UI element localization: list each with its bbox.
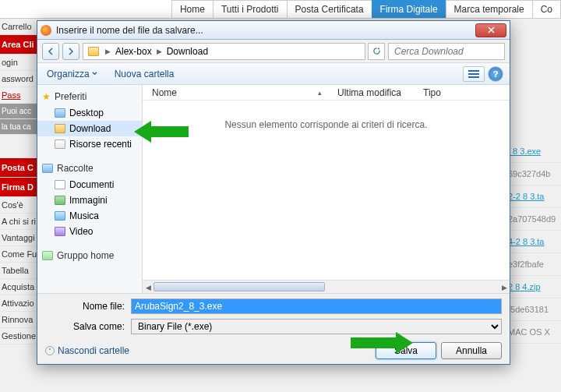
filename-input[interactable] — [131, 298, 502, 314]
help-button[interactable]: ? — [488, 66, 503, 82]
bg-nav: Home Tutti i Prodotti Posta Certificata … — [0, 0, 561, 19]
bg-nav-posta[interactable]: Posta Certificata — [287, 0, 372, 18]
scroll-right-arrow[interactable]: ▶ — [499, 281, 510, 294]
homegroup-icon — [42, 251, 53, 260]
firefox-icon — [41, 25, 51, 36]
col-sort-indicator: ▴ — [302, 89, 337, 97]
file-list-pane: Nome ▴ Ultima modifica Tipo Nessun eleme… — [143, 85, 510, 293]
nav-forward-button[interactable] — [62, 43, 79, 60]
scroll-left-arrow[interactable]: ◀ — [143, 281, 153, 294]
collections-group[interactable]: Raccolte — [37, 160, 142, 177]
dialog-bottom-panel: Nome file: Salva come: Binary File (*.ex… — [37, 293, 510, 364]
sidebar-item-video[interactable]: Video — [37, 224, 142, 239]
bg-nav-firma[interactable]: Firma Digitale — [372, 0, 446, 18]
save-button[interactable]: Salva — [376, 342, 436, 359]
nav-back-button[interactable] — [42, 43, 59, 60]
bg-pass-link[interactable]: Pass — [2, 90, 20, 100]
bg-nav-co[interactable]: Co — [532, 0, 561, 18]
images-icon — [55, 196, 65, 205]
folder-tree-sidebar: ★Preferiti Desktop Download Risorse rece… — [37, 85, 143, 293]
bg-hash-2: 2a707548d9 — [506, 208, 561, 231]
video-icon — [55, 227, 65, 236]
chevron-down-icon — [92, 71, 97, 76]
horizontal-scrollbar[interactable]: ◀ ▶ — [143, 280, 510, 293]
bg-hash-4: f5de63181 — [506, 298, 561, 321]
scroll-thumb[interactable] — [153, 282, 325, 291]
col-name[interactable]: Nome — [146, 87, 302, 98]
dialog-titlebar[interactable]: Inserire il nome del file da salvare... — [37, 21, 510, 40]
cancel-button[interactable]: Annulla — [441, 342, 502, 359]
filename-label: Nome file: — [45, 301, 131, 312]
close-button[interactable] — [475, 23, 506, 37]
bg-right-column: _8 3.exe 69c327d4b 2-2 8 3.ta 2a707548d9… — [506, 140, 561, 392]
documents-icon — [55, 180, 65, 189]
view-mode-button[interactable] — [463, 66, 485, 82]
bg-hash-1: 69c327d4b — [506, 163, 561, 185]
crumb-leaf[interactable]: Download — [165, 46, 210, 57]
bg-hash-3: e3f2fbafe — [506, 253, 561, 276]
sidebar-item-images[interactable]: Immagini — [37, 192, 142, 208]
folder-icon — [55, 124, 65, 133]
sidebar-item-recent[interactable]: Risorse recenti — [37, 136, 142, 152]
music-icon — [55, 211, 65, 221]
chevron-up-icon: ˄ — [45, 346, 55, 355]
chevron-right-icon: ▶ — [157, 48, 162, 55]
new-folder-button[interactable]: Nuova cartella — [108, 67, 181, 81]
sidebar-item-documents[interactable]: Documenti — [37, 177, 142, 192]
organize-menu[interactable]: Organizza — [44, 67, 101, 81]
bg-file-3[interactable]: 4-2 8 3.ta — [506, 231, 561, 253]
empty-folder-message: Nessun elemento corrisponde ai criteri d… — [143, 101, 510, 280]
folder-icon — [88, 47, 99, 56]
column-headers[interactable]: Nome ▴ Ultima modifica Tipo — [143, 85, 510, 101]
saveas-select[interactable]: Binary File (*.exe) — [131, 319, 502, 334]
col-type[interactable]: Tipo — [423, 87, 506, 98]
refresh-button[interactable] — [368, 43, 385, 60]
bg-macos-label: MAC OS X — [506, 321, 561, 344]
svg-rect-3 — [468, 76, 479, 78]
hide-folders-button[interactable]: ˄Nascondi cartelle — [45, 345, 129, 356]
bg-file-2[interactable]: 2-2 8 3.ta — [506, 185, 561, 208]
sidebar-item-music[interactable]: Musica — [37, 208, 142, 224]
crumb-root[interactable]: Alex-box — [114, 46, 153, 57]
sidebar-item-desktop[interactable]: Desktop — [37, 105, 142, 121]
search-input[interactable] — [394, 46, 512, 57]
dialog-title: Inserire il nome del file da salvare... — [56, 25, 475, 36]
chevron-right-icon: ▶ — [105, 48, 111, 55]
bg-file-4[interactable]: 2 8 4.zip — [506, 276, 561, 298]
saveas-label: Salva come: — [45, 321, 131, 332]
save-file-dialog: Inserire il nome del file da salvare... … — [37, 20, 510, 365]
col-modified[interactable]: Ultima modifica — [337, 87, 423, 98]
recent-icon — [55, 139, 65, 149]
dialog-toolbar: Organizza Nuova cartella ? — [37, 63, 510, 85]
bg-file-1[interactable]: _8 3.exe — [506, 140, 561, 163]
address-bar-row: ▶ Alex-box ▶ Download — [37, 40, 510, 63]
bg-nav-home[interactable]: Home — [171, 0, 213, 18]
libraries-icon — [42, 164, 53, 173]
bg-nav-marca[interactable]: Marca temporale — [446, 0, 533, 18]
desktop-icon — [55, 108, 65, 118]
star-icon: ★ — [42, 91, 51, 102]
svg-rect-1 — [468, 70, 479, 72]
bg-nav-prodotti[interactable]: Tutti i Prodotti — [213, 0, 288, 18]
search-box[interactable] — [388, 43, 505, 60]
sidebar-item-download[interactable]: Download — [37, 121, 142, 136]
homegroup-group[interactable]: Gruppo home — [37, 247, 142, 264]
favorites-group[interactable]: ★Preferiti — [37, 88, 142, 105]
svg-rect-2 — [468, 73, 479, 75]
breadcrumb-bar[interactable]: ▶ Alex-box ▶ Download — [83, 43, 365, 60]
